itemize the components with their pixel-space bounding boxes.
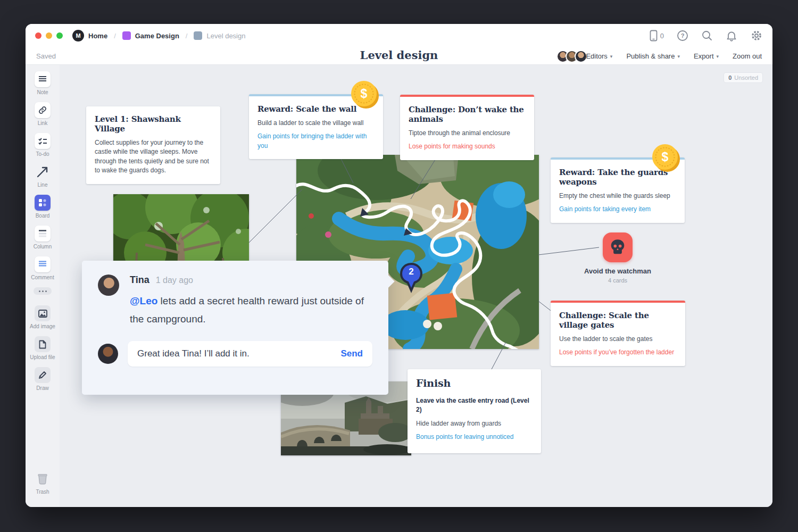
- card-body: Hide ladder away from guards: [416, 419, 533, 428]
- card-title: Finish: [416, 377, 533, 389]
- card-penalty-text: Lose points if you’ve forgotten the ladd…: [559, 348, 677, 357]
- page-title: Level design: [360, 48, 438, 62]
- tool-todo[interactable]: To-do: [35, 133, 51, 157]
- add-image-icon: [35, 305, 51, 321]
- settings-button[interactable]: [750, 29, 763, 42]
- board-icon: [35, 195, 51, 211]
- card-body: Build a ladder to scale the village wall: [257, 119, 375, 128]
- breadcrumb-separator: /: [186, 32, 188, 40]
- sub-board-watchman[interactable]: [603, 232, 633, 262]
- sub-board-meta: 4 cards: [559, 277, 676, 284]
- mobile-sync-button[interactable]: 0: [650, 30, 664, 41]
- close-window-button[interactable]: [35, 32, 41, 39]
- note-card-finish[interactable]: Finish Leave via the castle entry road (…: [408, 369, 541, 453]
- breadcrumb-home[interactable]: Home: [88, 32, 107, 40]
- phone-icon: [650, 30, 658, 41]
- help-icon: ?: [677, 30, 688, 41]
- comment-icon: [35, 256, 51, 272]
- editor-avatars: [556, 50, 587, 63]
- notifications-button[interactable]: [726, 30, 737, 41]
- note-card-level1[interactable]: Level 1: Shawshank Village Collect suppl…: [86, 106, 220, 184]
- tool-label: Add image: [30, 323, 55, 329]
- coin-icon: $: [651, 143, 681, 175]
- tool-draw[interactable]: Draw: [35, 367, 51, 391]
- minimize-window-button[interactable]: [46, 32, 52, 39]
- app-logo[interactable]: M: [72, 30, 84, 41]
- comment-timestamp: 1 day ago: [156, 276, 193, 285]
- trash-icon: [35, 471, 51, 487]
- tool-trash[interactable]: Trash: [35, 471, 51, 495]
- card-line-bold: Leave via the castle entry road (Level 2…: [416, 396, 533, 415]
- tool-add-image[interactable]: Add image: [30, 305, 55, 329]
- search-button[interactable]: [701, 30, 713, 41]
- zoom-out-label: Zoom out: [733, 52, 762, 60]
- tool-label: Upload file: [30, 354, 55, 360]
- editors-menu[interactable]: Editors ▾: [556, 50, 612, 63]
- project-color-icon: [122, 31, 131, 40]
- export-label: Export: [694, 52, 714, 60]
- tool-upload-file[interactable]: Upload file: [30, 336, 55, 360]
- svg-text:$: $: [662, 150, 669, 164]
- more-tools-button[interactable]: [34, 287, 52, 295]
- tool-label: Draw: [36, 385, 48, 391]
- tool-label: Link: [38, 120, 47, 126]
- board-canvas[interactable]: Level 1: Shawshank Village Collect suppl…: [60, 65, 772, 507]
- unsorted-count: 0: [728, 74, 732, 81]
- unsorted-label: Unsorted: [734, 74, 758, 81]
- card-title: Challenge: Scale the village gates: [559, 311, 677, 330]
- tool-sidebar: Note Link To-do Line Board: [26, 65, 60, 507]
- comment-popup[interactable]: Tina 1 day ago @Leo lets add a secret he…: [82, 261, 388, 395]
- skull-icon: [610, 239, 626, 256]
- card-title: Challenge: Don’t wake the animals: [409, 105, 526, 124]
- sub-board-caption[interactable]: Avoid the watchman 4 cards: [559, 267, 676, 284]
- zoom-out-button[interactable]: Zoom out: [733, 52, 762, 60]
- tool-label: Line: [38, 182, 48, 188]
- breadcrumb-board[interactable]: Level design: [206, 32, 245, 40]
- column-icon: [35, 226, 51, 242]
- tool-comment[interactable]: Comment: [31, 256, 54, 280]
- chevron-down-icon: ▾: [717, 54, 719, 59]
- editors-label: Editors: [586, 52, 607, 60]
- svg-text:?: ?: [681, 32, 685, 39]
- publish-share-menu[interactable]: Publish & share ▾: [626, 52, 680, 60]
- map-pin-2[interactable]: 2: [400, 263, 423, 296]
- card-bonus-text: Gain points for bringing the ladder with…: [257, 132, 375, 151]
- pin-number: 2: [400, 267, 423, 277]
- card-bonus-text: Gain points for taking every item: [559, 205, 676, 214]
- line-icon: [35, 164, 51, 180]
- comment-message-text: lets add a secret health reward just out…: [130, 295, 364, 325]
- window-controls[interactable]: [35, 32, 63, 39]
- publish-label: Publish & share: [626, 52, 675, 60]
- card-body: Use the ladder to scale the gates: [559, 335, 677, 344]
- card-title: Level 1: Shawshank Village: [95, 114, 212, 134]
- breadcrumb-separator: /: [114, 32, 116, 40]
- reply-input[interactable]: Great idea Tina! I’ll add it in. Send: [128, 341, 372, 367]
- tool-label: Comment: [31, 275, 54, 280]
- help-button[interactable]: ?: [677, 30, 688, 41]
- note-card-challenge-gates[interactable]: Challenge: Scale the village gates Use t…: [551, 301, 685, 366]
- comment-message: @Leo lets add a secret health reward jus…: [130, 292, 372, 328]
- comment-author: Tina: [130, 275, 149, 286]
- draw-icon: [35, 367, 51, 383]
- tool-line[interactable]: Line: [35, 164, 51, 188]
- sub-board-title: Avoid the watchman: [559, 267, 676, 275]
- mention-link[interactable]: @Leo: [130, 295, 157, 306]
- tool-note[interactable]: Note: [35, 71, 51, 95]
- tool-column[interactable]: Column: [34, 226, 52, 250]
- upload-file-icon: [35, 336, 51, 352]
- tool-link[interactable]: Link: [35, 102, 51, 126]
- tool-label: Column: [34, 244, 52, 250]
- todo-icon: [35, 133, 51, 149]
- gear-icon: [750, 29, 763, 42]
- card-body: Empty the chest while the guards sleep: [559, 192, 676, 201]
- maximize-window-button[interactable]: [56, 32, 63, 39]
- unsorted-badge[interactable]: 0 Unsorted: [724, 72, 763, 83]
- avatar: [98, 275, 119, 296]
- send-button[interactable]: Send: [340, 348, 363, 359]
- tool-board[interactable]: Board: [35, 195, 51, 219]
- breadcrumb-project[interactable]: Game Design: [135, 32, 179, 40]
- mobile-count: 0: [660, 32, 664, 40]
- export-menu[interactable]: Export ▾: [694, 52, 719, 60]
- card-body: Tiptoe through the animal enclosure: [409, 129, 526, 138]
- note-card-challenge-animals[interactable]: Challenge: Don’t wake the animals Tiptoe…: [400, 95, 534, 160]
